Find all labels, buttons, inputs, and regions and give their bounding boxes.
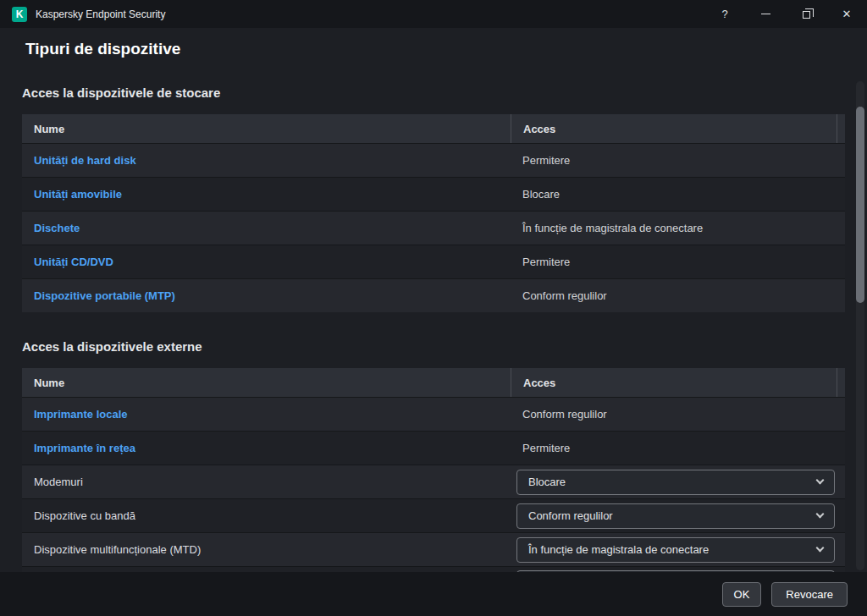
access-dropdown-mtd[interactable]: În funcție de magistrala de conectare [516, 537, 835, 563]
access-value: Blocare [511, 188, 845, 201]
table-row: Dischete În funcție de magistrala de con… [22, 211, 845, 245]
app-title: Kaspersky Endpoint Security [36, 8, 165, 20]
help-icon: ? [721, 8, 727, 20]
table-row: Dispozitive cu bandă Conform regulilor [22, 498, 845, 532]
external-devices-table: Nume Acces Imprimante locale Conform reg… [22, 368, 845, 580]
table-row: Imprimante locale Conform regulilor [22, 397, 845, 431]
device-link-hard-disk[interactable]: Unități de hard disk [34, 154, 136, 167]
access-value: Conform regulilor [511, 408, 845, 421]
table-row: Unități CD/DVD Permitere [22, 245, 845, 278]
close-button[interactable]: ✕ [826, 0, 867, 28]
chevron-down-icon [816, 544, 825, 553]
column-header-name: Nume [22, 114, 511, 143]
table-row: Imprimante în rețea Permitere [22, 431, 845, 465]
section-heading-external: Acces la dispozitivele externe [22, 339, 867, 355]
close-icon: ✕ [842, 8, 852, 20]
device-name-mtd: Dispozitive multifuncționale (MTD) [22, 543, 511, 556]
table-row: Unități amovibile Blocare [22, 177, 845, 211]
device-link-local-printers[interactable]: Imprimante locale [34, 408, 128, 421]
minimize-icon [761, 14, 770, 14]
table-body: Imprimante locale Conform regulilor Impr… [22, 397, 845, 580]
window-controls: ? ✕ [704, 0, 867, 28]
section-heading-storage: Acces la dispozitivele de stocare [22, 85, 867, 101]
device-name-tape: Dispozitive cu bandă [22, 509, 511, 522]
titlebar: K Kaspersky Endpoint Security ? ✕ [0, 0, 867, 28]
table-row: Dispozitive portabile (MTP) Conform regu… [22, 278, 845, 312]
access-value: Conform regulilor [511, 289, 845, 302]
table-header: Nume Acces [22, 114, 845, 143]
footer-bar: OK Revocare [0, 572, 867, 616]
scrollbar[interactable] [856, 81, 864, 570]
table-body: Unități de hard disk Permitere Unități a… [22, 143, 845, 312]
chevron-down-icon [816, 510, 825, 519]
column-header-access: Acces [511, 114, 845, 143]
cancel-button[interactable]: Revocare [771, 582, 848, 607]
column-header-access: Acces [511, 368, 845, 397]
scrollbar-thumb[interactable] [856, 107, 864, 303]
table-row: Unități de hard disk Permitere [22, 143, 845, 177]
access-dropdown-tape[interactable]: Conform regulilor [516, 503, 835, 529]
table-header: Nume Acces [22, 368, 845, 397]
access-dropdown-modems[interactable]: Blocare [516, 470, 835, 495]
dropdown-selected-value: Conform regulilor [528, 509, 613, 522]
access-value: Permitere [511, 442, 845, 454]
column-header-name: Nume [22, 368, 511, 397]
restore-icon [803, 11, 810, 19]
logo-letter: K [16, 8, 24, 20]
restore-button[interactable] [786, 0, 826, 28]
table-row: Modemuri Blocare [22, 465, 845, 498]
help-button[interactable]: ? [704, 0, 745, 28]
device-name-modems: Modemuri [22, 476, 511, 488]
page-title: Tipuri de dispozitive [25, 40, 867, 58]
minimize-button[interactable] [745, 0, 786, 28]
access-value: În funcție de magistrala de conectare [511, 222, 845, 234]
access-value: Permitere [511, 256, 845, 268]
storage-devices-table: Nume Acces Unități de hard disk Permiter… [22, 114, 845, 312]
dropdown-selected-value: În funcție de magistrala de conectare [528, 543, 709, 556]
device-link-floppy[interactable]: Dischete [34, 222, 80, 234]
device-link-removable[interactable]: Unități amovibile [34, 188, 122, 201]
kaspersky-logo-icon: K [12, 7, 27, 22]
device-link-mtp[interactable]: Dispozitive portabile (MTP) [34, 289, 175, 302]
chevron-down-icon [816, 476, 825, 485]
table-row: Dispozitive multifuncționale (MTD) În fu… [22, 532, 845, 566]
device-link-network-printers[interactable]: Imprimante în rețea [34, 442, 135, 454]
access-value: Permitere [511, 154, 845, 167]
ok-button[interactable]: OK [722, 582, 762, 607]
dropdown-selected-value: Blocare [528, 476, 566, 488]
device-link-cd-dvd[interactable]: Unități CD/DVD [34, 256, 113, 268]
